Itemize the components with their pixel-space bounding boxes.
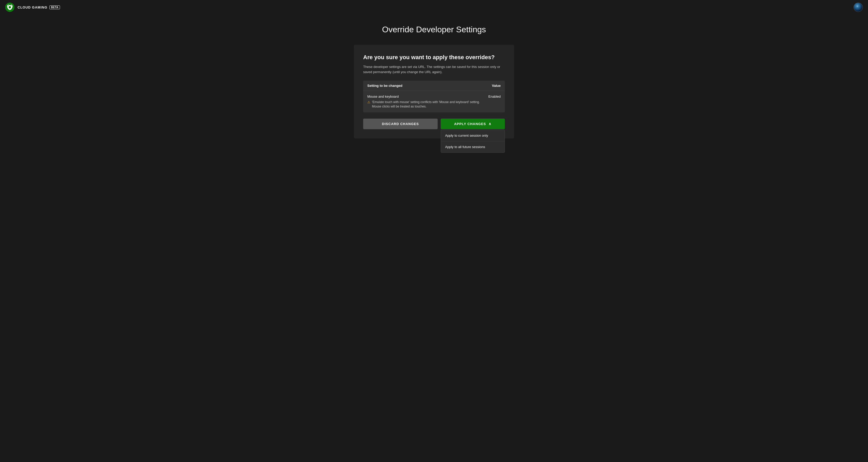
main-content: Override Developer Settings Are you sure… bbox=[0, 14, 868, 462]
brand-text: CLOUD GAMING BETA bbox=[18, 5, 60, 9]
avatar[interactable] bbox=[854, 3, 863, 12]
dialog-description: These developer settings are set via URL… bbox=[363, 64, 505, 74]
apply-dropdown: Apply to current session only Apply to a… bbox=[441, 130, 505, 153]
apply-button[interactable]: APPLY CHANGES ∧ bbox=[441, 119, 505, 129]
setting-value: Enabled bbox=[488, 95, 501, 98]
svg-point-1 bbox=[9, 6, 11, 8]
settings-table: Setting to be changed Value Mouse and ke… bbox=[363, 80, 505, 112]
xbox-logo bbox=[5, 3, 14, 12]
setting-name: Mouse and keyboard bbox=[367, 95, 484, 98]
apply-all-sessions[interactable]: Apply to all future sessions bbox=[441, 141, 504, 153]
row-left: Mouse and keyboard ⚠ 'Emulate touch with… bbox=[367, 95, 484, 109]
table-row: Mouse and keyboard ⚠ 'Emulate touch with… bbox=[363, 91, 505, 112]
warning-row: ⚠ 'Emulate touch with mouse' setting con… bbox=[367, 100, 484, 109]
page-title: Override Developer Settings bbox=[382, 25, 486, 34]
warning-text: 'Emulate touch with mouse' setting confl… bbox=[372, 100, 484, 109]
dialog-heading: Are you sure you want to apply these ove… bbox=[363, 54, 505, 61]
apply-button-label: APPLY CHANGES bbox=[454, 122, 486, 126]
app-header: CLOUD GAMING BETA bbox=[0, 0, 868, 14]
discard-button[interactable]: DISCARD CHANGES bbox=[363, 119, 438, 129]
col-setting-header: Setting to be changed bbox=[367, 84, 402, 88]
header-left: CLOUD GAMING BETA bbox=[5, 3, 60, 12]
settings-table-header: Setting to be changed Value bbox=[363, 80, 505, 91]
warning-icon: ⚠ bbox=[367, 100, 370, 104]
buttons-row: DISCARD CHANGES APPLY CHANGES ∧ Apply to… bbox=[363, 119, 505, 129]
svg-point-3 bbox=[857, 5, 858, 7]
brand-name: CLOUD GAMING bbox=[18, 5, 47, 9]
beta-badge: BETA bbox=[50, 5, 60, 9]
svg-point-2 bbox=[854, 3, 863, 12]
apply-btn-group: APPLY CHANGES ∧ Apply to current session… bbox=[441, 119, 505, 129]
chevron-up-icon: ∧ bbox=[489, 122, 491, 126]
apply-current-session[interactable]: Apply to current session only bbox=[441, 130, 504, 141]
col-value-header: Value bbox=[492, 84, 501, 88]
dialog-card: Are you sure you want to apply these ove… bbox=[354, 45, 514, 138]
